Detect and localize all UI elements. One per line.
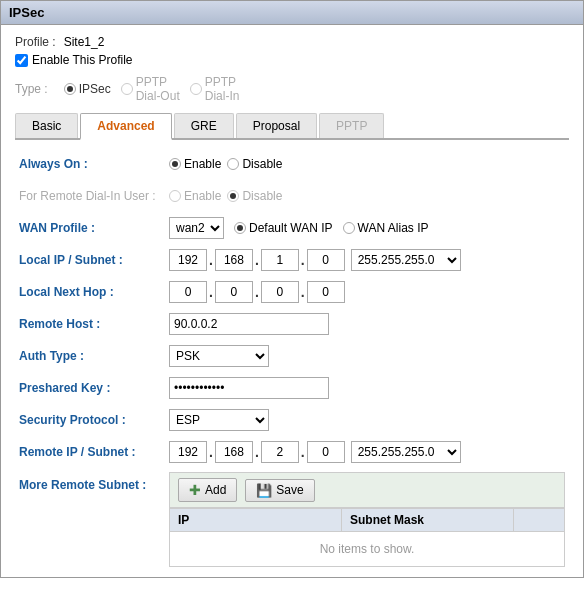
default-wan-radio-item[interactable]: Default WAN IP xyxy=(234,221,333,235)
remote-dialin-disable: Disable xyxy=(227,189,282,203)
alias-wan-label: WAN Alias IP xyxy=(358,221,429,235)
remote-ip-subnet-row: Remote IP / Subnet : . . . 255.255.255.0 xyxy=(19,440,565,464)
tab-pptp: PPTP xyxy=(319,113,384,138)
wan-profile-label: WAN Profile : xyxy=(19,221,169,235)
type-ipsec[interactable]: IPSec xyxy=(64,82,111,96)
tab-proposal[interactable]: Proposal xyxy=(236,113,317,138)
always-on-enable-label: Enable xyxy=(184,157,221,171)
always-on-enable-radio[interactable] xyxy=(169,158,181,170)
add-button[interactable]: ✚ Add xyxy=(178,478,237,502)
type-row: Type : IPSec PPTPDial-Out PPTPDial-In xyxy=(15,75,569,103)
remote-host-label: Remote Host : xyxy=(19,317,169,331)
add-save-bar: ✚ Add 💾 Save xyxy=(169,472,565,508)
local-ip-4[interactable] xyxy=(307,249,345,271)
remote-ip-group: . . . xyxy=(169,441,345,463)
wan-profile-controls: wan2 Default WAN IP WAN Alias IP xyxy=(169,217,565,239)
preshared-key-input[interactable] xyxy=(169,377,329,399)
type-pptp-in-label: PPTPDial-In xyxy=(205,75,240,103)
table-col-actions xyxy=(514,509,564,531)
remote-ip-1[interactable] xyxy=(169,441,207,463)
local-next-hop-1[interactable] xyxy=(169,281,207,303)
remote-ip-3[interactable] xyxy=(261,441,299,463)
remote-host-row: Remote Host : xyxy=(19,312,565,336)
type-pptp-in[interactable]: PPTPDial-In xyxy=(190,75,240,103)
remote-subnet-select[interactable]: 255.255.255.0 xyxy=(351,441,461,463)
local-next-hop-2[interactable] xyxy=(215,281,253,303)
local-ip-1[interactable] xyxy=(169,249,207,271)
remote-ip-subnet-label: Remote IP / Subnet : xyxy=(19,445,169,459)
form-section: Always On : Enable Disable For Remote Di… xyxy=(15,152,569,567)
always-on-disable[interactable]: Disable xyxy=(227,157,282,171)
local-subnet-select[interactable]: 255.255.255.0 xyxy=(351,249,461,271)
local-next-hop-group: . . . xyxy=(169,281,345,303)
security-protocol-select[interactable]: ESP xyxy=(169,409,269,431)
security-protocol-label: Security Protocol : xyxy=(19,413,169,427)
more-remote-subnet-label: More Remote Subnet : xyxy=(19,472,169,492)
profile-value: Site1_2 xyxy=(64,35,105,49)
save-label: Save xyxy=(276,483,303,497)
tab-advanced[interactable]: Advanced xyxy=(80,113,171,140)
window-title: IPSec xyxy=(9,5,44,20)
enable-profile-checkbox[interactable] xyxy=(15,54,28,67)
auth-type-row: Auth Type : PSK xyxy=(19,344,565,368)
add-label: Add xyxy=(205,483,226,497)
tab-basic[interactable]: Basic xyxy=(15,113,78,138)
remote-host-controls xyxy=(169,313,565,335)
always-on-enable[interactable]: Enable xyxy=(169,157,221,171)
local-ip-dot-2: . xyxy=(255,252,259,268)
remote-dialin-controls: Enable Disable xyxy=(169,189,565,203)
local-ip-3[interactable] xyxy=(261,249,299,271)
type-label: Type : xyxy=(15,82,48,96)
remote-ip-dot-1: . xyxy=(209,444,213,460)
remote-dialin-enable-radio xyxy=(169,190,181,202)
title-bar: IPSec xyxy=(1,1,583,25)
auth-type-select[interactable]: PSK xyxy=(169,345,269,367)
default-wan-label: Default WAN IP xyxy=(249,221,333,235)
always-on-label: Always On : xyxy=(19,157,169,171)
remote-ip-4[interactable] xyxy=(307,441,345,463)
local-ip-dot-3: . xyxy=(301,252,305,268)
local-ip-2[interactable] xyxy=(215,249,253,271)
type-ipsec-radio[interactable] xyxy=(64,83,76,95)
security-protocol-controls: ESP xyxy=(169,409,565,431)
local-ip-group: . . . xyxy=(169,249,345,271)
save-button[interactable]: 💾 Save xyxy=(245,479,314,502)
type-options: IPSec PPTPDial-Out PPTPDial-In xyxy=(64,75,240,103)
more-remote-subnet-row: More Remote Subnet : ✚ Add 💾 Save xyxy=(19,472,565,567)
local-next-hop-dot-2: . xyxy=(255,284,259,300)
remote-dialin-disable-label: Disable xyxy=(242,189,282,203)
type-pptp-out[interactable]: PPTPDial-Out xyxy=(121,75,180,103)
remote-ip-2[interactable] xyxy=(215,441,253,463)
type-ipsec-label: IPSec xyxy=(79,82,111,96)
alias-wan-radio[interactable] xyxy=(343,222,355,234)
table-header: IP Subnet Mask xyxy=(170,509,564,532)
local-ip-subnet-label: Local IP / Subnet : xyxy=(19,253,169,267)
remote-host-input[interactable] xyxy=(169,313,329,335)
local-next-hop-dot-3: . xyxy=(301,284,305,300)
default-wan-radio[interactable] xyxy=(234,222,246,234)
auth-type-controls: PSK xyxy=(169,345,565,367)
wan-profile-select[interactable]: wan2 xyxy=(169,217,224,239)
alias-wan-radio-item[interactable]: WAN Alias IP xyxy=(343,221,429,235)
remote-dialin-disable-radio xyxy=(227,190,239,202)
local-ip-dot-1: . xyxy=(209,252,213,268)
local-next-hop-3[interactable] xyxy=(261,281,299,303)
remote-subnet-table: IP Subnet Mask No items to show. xyxy=(169,508,565,567)
table-empty-message: No items to show. xyxy=(170,532,564,566)
enable-profile-row: Enable This Profile xyxy=(15,53,569,67)
type-pptp-out-radio[interactable] xyxy=(121,83,133,95)
always-on-disable-radio[interactable] xyxy=(227,158,239,170)
ipsec-window: IPSec Profile : Site1_2 Enable This Prof… xyxy=(0,0,584,578)
tab-gre[interactable]: GRE xyxy=(174,113,234,138)
remote-dialin-enable-label: Enable xyxy=(184,189,221,203)
add-icon: ✚ xyxy=(189,482,201,498)
local-ip-subnet-row: Local IP / Subnet : . . . 255.255.255.0 xyxy=(19,248,565,272)
preshared-key-row: Preshared Key : xyxy=(19,376,565,400)
type-pptp-out-label: PPTPDial-Out xyxy=(136,75,180,103)
table-col-subnet: Subnet Mask xyxy=(342,509,514,531)
remote-ip-dot-3: . xyxy=(301,444,305,460)
type-pptp-in-radio[interactable] xyxy=(190,83,202,95)
save-icon: 💾 xyxy=(256,483,272,498)
profile-label: Profile : xyxy=(15,35,56,49)
local-next-hop-4[interactable] xyxy=(307,281,345,303)
